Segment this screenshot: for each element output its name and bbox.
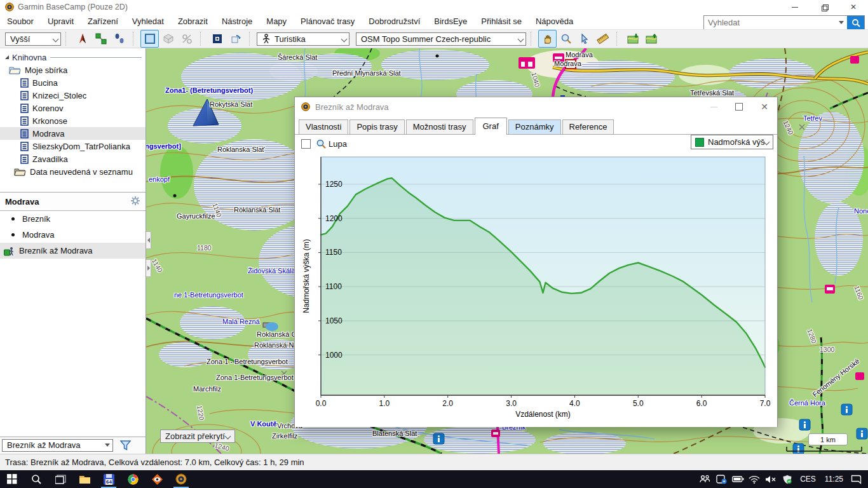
tree-item-modrava[interactable]: Modrava (0, 127, 146, 140)
volume-muted-icon[interactable] (763, 470, 779, 488)
library-header[interactable]: Knihovna (0, 51, 146, 64)
file-explorer-button[interactable] (72, 470, 97, 488)
new-waypoint-button[interactable] (73, 30, 92, 48)
list-item-brezn-k[interactable]: Brezník (0, 211, 146, 227)
chevron-down-icon (225, 433, 231, 440)
menu-pl-nova-trasy[interactable]: Plánovač trasy (294, 14, 362, 29)
tab-mo-nosti-trasy[interactable]: Možnosti trasy (406, 119, 473, 134)
tree-item-korenov[interactable]: Korenov (0, 102, 146, 114)
tree-item-zavadilka[interactable]: Zavadilka (0, 152, 146, 165)
toolbar-separator (531, 32, 535, 46)
restore-button[interactable] (810, 0, 839, 14)
menu-n-pov-da[interactable]: Nápověda (529, 14, 580, 29)
taskbar-search-button[interactable] (24, 470, 48, 488)
language-indicator[interactable]: CES (796, 475, 820, 484)
activity-select[interactable]: Turistika (257, 32, 349, 46)
people-icon[interactable] (696, 470, 713, 488)
action-center-icon[interactable] (848, 470, 864, 488)
new-track-button[interactable] (110, 30, 128, 48)
import-map-button[interactable] (624, 30, 642, 48)
tree-item-krkonose[interactable]: Krkonose (0, 114, 146, 127)
menu-za-zen[interactable]: Zařízení (81, 14, 125, 29)
task-view-button[interactable] (48, 470, 72, 488)
unlisted-data-folder[interactable]: Data neuvedená v seznamu (0, 165, 146, 178)
battery-icon[interactable] (729, 470, 746, 488)
list-item-modrava[interactable]: Modrava (0, 227, 146, 243)
funnel-icon (120, 440, 131, 451)
defender-shield-icon[interactable] (779, 470, 796, 488)
sync-app-icon[interactable] (713, 470, 729, 488)
item-filter-combo[interactable]: Brezník až Modrava (2, 439, 113, 452)
measure-tool-button[interactable] (593, 30, 612, 48)
collection-folder[interactable]: Moje sbírka (0, 64, 146, 76)
tab-reference[interactable]: Reference (562, 119, 614, 134)
dialog-close-button[interactable]: ✕ (752, 97, 777, 116)
sidebar-expand-handle[interactable] (146, 259, 151, 277)
transparency-button[interactable] (177, 30, 196, 48)
magnifier-icon (560, 33, 572, 44)
menu-p-ihl-sit-se[interactable]: Přihlásit se (474, 14, 529, 29)
refresh-map-button[interactable] (226, 30, 245, 48)
dialog-title-bar[interactable]: Brezník až Modrava ✕ (295, 97, 777, 116)
viewer-app-button[interactable] (145, 470, 169, 488)
tab-vlastnosti[interactable]: Vlastnosti (299, 119, 348, 134)
detail-level-select[interactable]: Vyšší (5, 32, 61, 46)
tree-item-knizeci-stolec[interactable]: Knizeci_Stolec (0, 89, 146, 102)
zoom-tool-button[interactable] (557, 30, 575, 48)
lupa-checkbox[interactable] (301, 139, 311, 149)
y-tick-label: 1050 (325, 316, 342, 325)
search-box[interactable] (703, 15, 865, 30)
map-product-select[interactable]: OSM Topo Summer Czech-republic (356, 32, 526, 46)
wifi-icon[interactable] (746, 470, 763, 488)
menu-birdseye[interactable]: BirdsEye (427, 14, 474, 29)
tree-item-sliezskydom-tatrpolianka[interactable]: SliezskyDom_TatrPolianka (0, 140, 146, 152)
menu-upravit[interactable]: Upravit (41, 14, 81, 29)
search-button[interactable] (847, 16, 864, 29)
chart-series-select[interactable]: Nadmořská výšk (691, 135, 773, 149)
new-route-button[interactable] (92, 30, 110, 48)
close-button[interactable]: ✕ (839, 0, 868, 14)
map-label-zona-1-betretungsverbot: Zona 1-Betretungsverbot (216, 374, 294, 381)
status-text: Trasa: Brezník až Modrava, Celková vzdál… (5, 458, 304, 467)
window-title: Garmin BaseCamp (Pouze 2D) (18, 3, 128, 11)
menu-soubor[interactable]: Soubor (0, 14, 41, 29)
filter-button[interactable] (116, 438, 135, 452)
show-overlay-dropdown[interactable]: Zobrazit překrytí (160, 430, 235, 443)
collapse-triangle-icon (5, 55, 9, 59)
export-map-button[interactable] (642, 30, 661, 48)
pan-tool-button[interactable] (538, 30, 557, 48)
basecamp-taskbar-button[interactable] (169, 470, 193, 488)
menu-n-stroje[interactable]: Nástroje (215, 14, 259, 29)
menu-zobrazit[interactable]: Zobrazit (171, 14, 215, 29)
menu-dobrodru-stv[interactable]: Dobrodružství (362, 14, 427, 29)
gear-icon[interactable] (130, 196, 140, 208)
tab-pozn-mky[interactable]: Poznámky (508, 119, 561, 134)
select-tool-button[interactable] (575, 30, 593, 48)
minimize-button[interactable] (780, 0, 810, 14)
commander-app-button[interactable]: 64 (97, 470, 121, 488)
tab-graf[interactable]: Graf (475, 118, 507, 135)
list-item-label: Brezník (22, 214, 50, 224)
view-2d-button[interactable] (140, 30, 159, 48)
tree-item-bucina[interactable]: Bucina (0, 76, 146, 89)
menu-vyhledat[interactable]: Vyhledat (125, 14, 171, 29)
chrome-button[interactable] (121, 470, 145, 488)
start-button[interactable] (0, 470, 24, 488)
tab-popis-trasy[interactable]: Popis trasy (349, 119, 404, 134)
detail-level-value: Vyšší (10, 34, 30, 44)
map-label-ngsverbot: ngsverbot] (146, 142, 181, 150)
sidebar-collapse-handle[interactable] (146, 231, 151, 249)
search-dropdown-arrow[interactable] (836, 16, 847, 29)
center-map-button[interactable] (208, 30, 226, 48)
search-input[interactable] (704, 16, 836, 29)
list-item-label: Brezník až Modrava (19, 246, 93, 255)
x-axis-title: Vzdálenost (km) (515, 410, 571, 419)
view-3d-button[interactable] (159, 30, 177, 48)
lupa-label: Lupa (329, 139, 347, 149)
dialog-maximize-button[interactable] (726, 97, 752, 116)
clock[interactable]: 11:25 (820, 475, 848, 484)
dialog-minimize-button[interactable] (701, 97, 726, 116)
menu-mapy[interactable]: Mapy (259, 14, 294, 29)
list-item-brezn-k-a-modrava[interactable]: Brezník až Modrava (0, 243, 146, 259)
hiker-icon (262, 34, 271, 44)
